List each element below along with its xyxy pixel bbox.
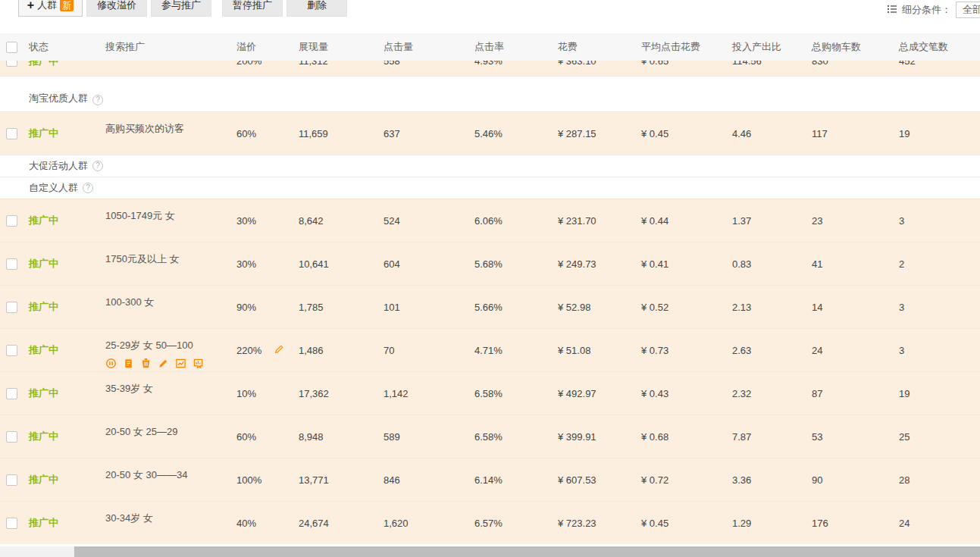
horizontal-scrollbar-thumb[interactable] — [74, 546, 980, 557]
select-all-checkbox[interactable] — [6, 42, 17, 53]
ctr-cell-value: 6.58% — [474, 388, 503, 399]
filter-value: 全部 — [963, 3, 980, 17]
total-carts-cell: 23 — [803, 215, 890, 227]
total-carts-cell-value: 90 — [812, 474, 822, 486]
premium-value: 100% — [236, 474, 261, 486]
group-label: 大促活动人群 — [29, 159, 88, 173]
total-orders-cell: 19 — [890, 128, 980, 139]
row-checkbox[interactable] — [6, 431, 17, 443]
roi-cell: 114.56 — [723, 61, 803, 67]
impressions-cell: 11,659 — [290, 128, 374, 139]
pause-icon[interactable] — [105, 358, 117, 371]
trend-chart-icon[interactable] — [175, 358, 186, 371]
avg-cpc-cell-value: ¥ 0.43 — [641, 388, 668, 399]
clicks-cell: 70 — [374, 345, 465, 356]
help-icon[interactable]: ? — [92, 95, 103, 105]
avg-cpc-cell: ¥ 0.44 — [632, 215, 723, 227]
journal-icon[interactable] — [123, 358, 134, 371]
horizontal-scrollbar-track — [0, 546, 980, 557]
row-status: 推广中 — [23, 257, 96, 271]
row-checkbox[interactable] — [6, 302, 17, 313]
audience-row: 推广中200%11,3125584.93%¥ 363.10¥ 0.65114.5… — [0, 61, 980, 76]
row-checkbox-cell — [0, 215, 23, 227]
row-checkbox[interactable] — [6, 128, 17, 139]
total-carts-cell: 53 — [803, 431, 890, 443]
join-promotion-button[interactable]: 参与推广 — [151, 0, 211, 17]
trash-icon[interactable] — [140, 358, 152, 371]
audience-name-cell: 25-29岁 女 50—100 — [96, 329, 227, 371]
total-orders-cell: 452 — [890, 61, 980, 67]
audience-name: 20-50 女 25—29 — [105, 425, 227, 439]
ctr-cell: 5.68% — [465, 258, 549, 270]
row-checkbox[interactable] — [6, 474, 17, 486]
audience-group-header: 淘宝优质人群? — [0, 76, 980, 111]
avg-cpc-cell-value: ¥ 0.45 — [641, 518, 668, 529]
delete-button[interactable]: 删除 — [286, 0, 347, 17]
impressions-cell: 8,642 — [290, 215, 374, 227]
add-audience-button[interactable]: + 人群 新 — [18, 0, 83, 17]
cost-cell: ¥ 723.23 — [549, 518, 632, 529]
clicks-cell-value: 1,620 — [384, 518, 409, 529]
audience-name-cell: 高购买频次的访客 — [96, 112, 227, 136]
help-icon[interactable]: ? — [83, 183, 93, 193]
total-orders-cell-value: 3 — [899, 302, 904, 313]
total-orders-cell: 19 — [890, 388, 980, 399]
row-checkbox[interactable] — [6, 258, 17, 270]
report-chart-icon[interactable] — [193, 358, 204, 371]
roi-cell: 1.29 — [723, 518, 803, 529]
cost-cell: ¥ 51.08 — [549, 345, 632, 356]
premium-cell: 40% — [227, 518, 290, 529]
roi-cell-value: 1.37 — [732, 215, 751, 227]
impressions-cell: 11,312 — [290, 61, 374, 67]
cost-cell: ¥ 52.98 — [549, 302, 632, 313]
total-orders-cell-value: 25 — [899, 431, 910, 443]
clipped-row-wrapper: 推广中200%11,3125584.93%¥ 363.10¥ 0.65114.5… — [0, 61, 980, 76]
row-checkbox[interactable] — [6, 215, 17, 227]
modify-premium-button[interactable]: 修改溢价 — [86, 0, 147, 17]
impressions-cell: 10,641 — [290, 258, 374, 270]
ctr-cell-value: 6.14% — [474, 474, 503, 486]
row-checkbox-cell — [0, 128, 23, 139]
clicks-cell: 604 — [374, 258, 465, 270]
total-carts-cell-value: 41 — [812, 258, 822, 270]
row-checkbox[interactable] — [6, 388, 17, 399]
row-checkbox[interactable] — [6, 345, 17, 356]
row-status: 推广中 — [23, 516, 96, 530]
impressions-cell-value: 1,486 — [299, 345, 324, 356]
impressions-cell-value: 10,641 — [299, 258, 329, 270]
col-clicks: 点击量 — [374, 40, 465, 54]
row-checkbox-cell — [0, 258, 23, 270]
audience-row: 推广中20-50 女 25—2960%8,9485896.58%¥ 399.91… — [0, 415, 980, 458]
audience-promotion-page: + 人群 新 修改溢价 参与推广 暂停推广 删除 细分条件： 全部 状态 搜索推… — [0, 0, 980, 557]
total-carts-cell: 14 — [803, 302, 890, 313]
row-checkbox[interactable] — [6, 518, 17, 529]
total-orders-cell: 3 — [890, 345, 980, 356]
ctr-cell-value: 6.06% — [474, 215, 503, 227]
ctr-cell: 4.71% — [465, 345, 549, 356]
row-status: 推广中 — [23, 214, 96, 227]
total-carts-cell-value: 176 — [812, 518, 828, 529]
status-text: 推广中 — [29, 344, 58, 355]
row-checkbox[interactable] — [6, 61, 17, 67]
total-orders-cell: 24 — [890, 518, 980, 529]
impressions-cell: 13,771 — [290, 474, 374, 486]
col-ctr: 点击率 — [465, 40, 549, 54]
total-orders-cell: 2 — [890, 258, 980, 270]
avg-cpc-cell-value: ¥ 0.68 — [641, 431, 668, 443]
help-icon[interactable]: ? — [92, 161, 103, 171]
table-header: 状态 搜索推广 溢价 展现量 点击量 点击率 花费 平均点击花费 投入产出比 总… — [0, 33, 980, 61]
roi-cell-value: 1.29 — [732, 518, 751, 529]
filter-list-icon — [887, 4, 897, 17]
clicks-cell-value: 637 — [384, 128, 400, 139]
pencil-icon[interactable] — [158, 358, 169, 371]
clicks-cell-value: 846 — [384, 474, 400, 486]
col-search-promotion: 搜索推广 — [96, 40, 227, 54]
pause-promotion-button[interactable]: 暂停推广 — [222, 0, 283, 17]
audience-name-cell: 1750元及以上 女 — [96, 243, 227, 266]
edit-premium-icon[interactable] — [274, 343, 285, 357]
cost-cell-value: ¥ 231.70 — [558, 215, 596, 227]
audience-row: 推广中25-29岁 女 50—100220%1,486704.71%¥ 51.0… — [0, 328, 980, 371]
segment-filter-select[interactable]: 全部 — [956, 2, 980, 18]
impressions-cell: 1,785 — [290, 302, 374, 313]
avg-cpc-cell: ¥ 0.43 — [632, 388, 723, 399]
